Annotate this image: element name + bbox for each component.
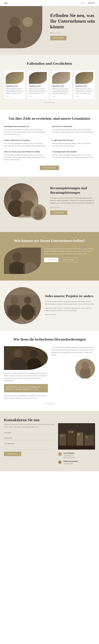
projects-footnote: Bider von Pexels [45,313,95,316]
svg-rect-4 [10,28,19,40]
principle-text-5: Kein Vorschlag mag allgemein klingen, ab… [4,154,47,161]
help-paragraph: Wir werden gemeinsam prüfen, ob es für u… [44,248,95,255]
principle-6: Erwartungen und Ziele umreißen Kein Vors… [52,151,95,161]
nav-link-home[interactable]: Home [80,2,85,4]
contact-form [4,431,54,450]
challenges-highlight: Jeden Monat ist es unser Ziel, unsere Fä… [4,384,48,392]
contact-title: Kontaktieren Sie uns [4,418,95,422]
projects-content: Jedes unserer Projekte ist anders Lorem … [45,294,95,318]
projects-text-2: Lorem ipsum dolor sit amet, consectetur … [45,307,95,312]
hero-link-label: Bild von Pexels [50,32,60,34]
principle-title-6: Erwartungen und Ziele umreißen [52,151,95,153]
case-card-more-1[interactable]: MEHR [6,96,10,97]
case-card-more-4[interactable]: MEHR [75,96,79,97]
svg-point-3 [23,17,33,27]
svg-point-9 [23,191,32,200]
svg-point-17 [26,254,34,262]
contact-address-text: Unser Betandort 123 Anywhere St., Any Ci… [63,452,75,458]
hero-cta-button[interactable]: LERN MEHR [50,36,66,40]
case-cards-container: Beispielüberschrift Beispiel-Text. Klick… [4,70,95,99]
principle-3: 'Globus' sollte nicht 'leer' bedeuten. K… [4,139,47,147]
svg-point-29 [14,349,22,358]
challenges-left-svg [4,346,48,370]
challenges-footnote: Bider von Pexels [4,403,95,404]
svg-rect-5 [23,28,32,40]
contact-info-area: 📍 Unser Betandort 123 Anywhere St., Any … [58,423,95,465]
principle-title-3: 'Globus' sollte nicht 'leer' bedeuten. [4,139,47,141]
contact-address-line1: 123 Anywhere St., [63,454,75,456]
contact-email-input[interactable] [4,436,54,440]
contact-info-list: 📍 Unser Betandort 123 Anywhere St., Any … [58,452,95,465]
principles-grid: Ratschläge müssen umsetzbar sein Kein Vo… [4,125,95,161]
projects-layout: Jedes unserer Projekte ist anders Lorem … [4,287,95,324]
consulting-content: Beratungsleistungen sind Beratungsleistu… [50,186,95,215]
case-card-img-3 [52,72,70,84]
help-svg [4,248,41,274]
contact-layout: Vestibulum ante ipsum primis in faucibus… [4,423,95,465]
projects-section: Jedes unserer Projekte ist anders Lorem … [0,280,99,331]
svg-rect-26 [23,307,36,316]
contact-form-area: Vestibulum ante ipsum primis in faucibus… [4,423,54,465]
hero-content: Erfinden Sie neu, was Ihr Unternehmen se… [50,13,95,40]
principle-text-4: Kein Vorschlag mag allgemein klingen, ab… [52,142,95,147]
contact-name-input[interactable] [4,431,54,435]
projects-title: Jedes unserer Projekte ist anders [45,294,95,298]
principle-title-2: Die Antwort ist die dieselbe. [52,125,95,128]
consulting-text: Duis aute irure dolor in reprehenderit i… [50,197,95,204]
help-text: Wir werden gemeinsam prüfen, ob es für u… [44,248,95,262]
help-inner: Wir werden gemeinsam prüfen, ob es für u… [4,248,95,274]
contact-phone-number: +123-456-7890 [63,463,78,465]
contact-phone-text: Telefon Hausnummer +123-456-7890 [63,460,78,465]
svg-rect-18 [9,264,25,274]
projects-svg [4,287,41,324]
challenges-title: Wir lösen die kritischsten Herausforderu… [4,337,95,342]
help-section: Wie können wir Ihrem Unternehmen helfen?… [0,232,99,280]
principles-cta-container: WIR GLAUBEN [4,166,95,170]
contact-address-title: Unser Betandort [63,452,75,454]
case-studies-title: Fallstudien und Geschichten [4,62,95,66]
help-cta-button-2[interactable]: MEHR LESEN [60,258,77,262]
case-card-title-1: Beispielüberschrift [6,85,24,87]
contact-address-item: 📍 Unser Betandort 123 Anywhere St., Any … [58,452,95,458]
case-card-img-4 [75,72,93,84]
case-card-more-2[interactable]: MEHR [29,96,33,97]
principle-text-3: Kein Vorschlag mag allgemein klingen, ab… [4,142,47,147]
nav-logo: logo [4,2,8,4]
svg-point-15 [13,252,22,262]
contact-address-line2: Any City, ST 12345 [63,456,75,458]
principle-4: Es gibt keinen Platz für Egos Kein Vorsc… [52,139,95,147]
contact-message-input[interactable] [4,442,54,450]
help-cta-button-1[interactable]: ANRUFEN [44,258,58,262]
consulting-link: Bider von Pexels [50,207,95,208]
principle-text-6: Kein Vorschlag mag allgemein klingen, ab… [52,154,95,158]
svg-point-22 [11,296,19,304]
svg-rect-45 [78,434,79,435]
contact-submit-button[interactable]: SENDE UNS [4,452,21,456]
challenges-right: In einer Welt, die sich ständig veränder… [51,346,95,402]
principles-cta-button[interactable]: WIR GLAUBEN [40,166,59,170]
challenges-right-text: In einer Welt, die sich ständig veränder… [51,346,95,356]
case-card-1: Beispielüberschrift Beispiel-Text. Klick… [4,70,25,99]
challenges-text-1: Duis aute irure dolor in reprehenderit i… [4,372,48,382]
contact-svg [58,423,95,450]
principle-text-2: Kein Vorschlag mag allgemein klingen, ab… [52,128,95,133]
case-card-img-1 [6,72,24,84]
projects-image [4,287,41,324]
consulting-img-small [30,204,46,220]
case-card-title-4: Beispielüberschrift [75,85,93,87]
case-card-title-2: Beispielüberschrift [29,85,47,87]
case-card-more-3[interactable]: MEHR [52,96,56,97]
contact-intro: Vestibulum ante ipsum primis in faucibus… [4,423,54,428]
phone-icon: 📞 [58,460,62,464]
svg-rect-42 [63,435,65,437]
principles-title: Um Ihre Ziele zu erreichen, sind unsere … [4,116,95,121]
svg-rect-43 [69,431,70,433]
svg-rect-44 [71,431,73,433]
nav-link-about[interactable]: About Us [88,2,95,4]
hero-image [0,6,42,48]
consulting-cta-button[interactable]: LERN MEHR [50,210,67,215]
location-icon: 📍 [58,452,62,456]
case-studies-footnote: Bider von Pexels [4,102,95,103]
contact-phone-title: Telefon Hausnummer [63,460,78,462]
help-title: Wie können wir Ihrem Unternehmen helfen? [4,238,95,243]
